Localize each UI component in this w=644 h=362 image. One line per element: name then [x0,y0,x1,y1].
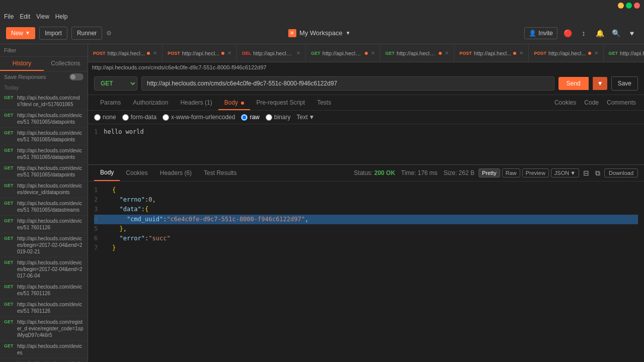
tab-authorization[interactable]: Authorization [127,95,174,110]
tab-body[interactable]: Body [218,95,251,110]
tab-prerequest[interactable]: Pre-request Script [250,95,311,110]
copy-icon[interactable]: ⧉ [593,168,602,178]
list-item[interactable]: GET http://api.heclouds.com/devices/51 7… [0,163,88,180]
body-text[interactable]: hello world [104,128,143,135]
bell-icon[interactable]: 🔔 [594,27,606,39]
radio-form-data[interactable]: form-data [122,114,156,121]
list-item[interactable]: GET http://api.heclouds.com/devices/51 7… [0,128,88,145]
invite-button[interactable]: 👤 Invite [524,27,557,39]
cookies-link[interactable]: Cookies [552,95,578,110]
save-responses-row: Save Responses [0,71,88,82]
preview-button[interactable]: Preview [522,168,549,177]
settings-icon[interactable]: ⚙ [106,30,114,37]
tab-close[interactable]: ✕ [153,50,157,56]
menu-view[interactable]: View [36,13,49,20]
code-link[interactable]: Code [582,95,601,110]
send-dropdown[interactable]: ▼ [593,77,607,90]
runner-button[interactable]: Runner [71,27,102,40]
text-type-dropdown[interactable]: Text ▼ [296,114,314,121]
menu-edit[interactable]: Edit [20,13,30,20]
send-button[interactable]: Send [558,77,589,90]
sidebar-url: http://api.heclouds.com/devices/51 76010… [17,165,84,178]
radio-binary[interactable]: binary [266,114,291,121]
tabs-bar: POST http://api.hecl... ✕ POST http://ap… [88,44,644,62]
tab-params[interactable]: Params [94,95,127,110]
tab-item[interactable]: GET http://api.heclo... ✕ [306,44,380,62]
tab-headers[interactable]: Headers (1) [174,95,218,110]
tab-item[interactable]: POST http://api.hecl... ✕ [88,44,163,62]
new-button[interactable]: New ▼ [6,27,35,39]
workspace-chevron: ▼ [346,30,351,36]
body-options: none form-data x-www-form-urlencoded raw… [88,111,644,124]
download-button[interactable]: Download [604,168,638,177]
save-responses-toggle[interactable] [69,73,84,80]
tab-item[interactable]: GET http://api.heclo... ✕ [380,44,455,62]
list-item[interactable]: GET http://api.heclouds.com/register_d e… [0,317,88,341]
raw-button[interactable]: Raw [502,168,520,177]
resp-tab-body[interactable]: Body [94,165,120,181]
list-item[interactable]: GET http://api.heclouds.com/devices [0,358,88,362]
tab-close[interactable]: ✕ [445,50,449,56]
list-item[interactable]: GET http://api.heclouds.com/devices/begi… [0,233,88,257]
list-item[interactable]: GET http://api.heclouds.com/devices/51 7… [0,110,88,128]
resp-tab-cookies[interactable]: Cookies [120,165,153,180]
tab-item[interactable]: DEL http://api.heclo... ✕ [237,44,306,62]
list-item[interactable]: GET http://api.heclouds.com/devices/51 7… [0,299,88,317]
tab-item[interactable]: POST http://api.hecl... ✕ [454,44,529,62]
tab-close[interactable]: ✕ [594,50,598,56]
list-item[interactable]: GET http://api.heclouds.com/devices/51 7… [0,145,88,163]
method-badge: GET [4,113,15,118]
url-input[interactable] [141,76,554,90]
method-select[interactable]: GET POST PUT DELETE [94,76,137,90]
pretty-button[interactable]: Pretty [478,168,500,177]
tab-item[interactable]: POST http://api.hecl... ✕ [529,44,603,62]
close-button[interactable] [634,3,640,9]
tab-close[interactable]: ✕ [296,50,300,56]
method-badge: GET [4,302,15,307]
import-button[interactable]: Import [39,27,67,40]
list-item[interactable]: GET http://api.heclouds.com/devices/begi… [0,257,88,282]
heart-icon[interactable]: ♥ [626,27,638,39]
tab-close[interactable]: ✕ [227,50,231,56]
comments-link[interactable]: Comments [605,95,638,110]
method-badge: GET [4,165,15,170]
menu-file[interactable]: File [4,13,14,20]
list-item[interactable]: GET http://api.heclouds.com/devices/51 7… [0,282,88,299]
json-line: 6 "error": "succ" [94,234,638,243]
list-item[interactable]: GET http://api.heclouds.com/devices/51 7… [0,216,88,233]
filter-icon[interactable]: ⊟ [581,168,591,178]
format-dropdown[interactable]: JSON ▼ [551,168,579,177]
sidebar-tab-history[interactable]: History [0,57,44,71]
radio-none[interactable]: none [94,114,116,121]
notification-icon[interactable]: 🔴 [561,27,574,39]
tab-item[interactable]: POST http://api.hecl... ✕ [163,44,237,62]
sidebar-url: http://api.heclouds.com/devices/51 76011… [17,284,84,297]
sidebar-tab-collections[interactable]: Collections [44,57,88,71]
resp-tab-testresults[interactable]: Test Results [198,165,243,180]
maximize-button[interactable] [626,3,632,9]
radio-urlencoded[interactable]: x-www-form-urlencoded [163,114,235,121]
tab-close[interactable]: ✕ [519,50,523,56]
tab-close[interactable]: ✕ [371,50,375,56]
resp-tab-headers[interactable]: Headers (6) [154,165,198,180]
tab-item[interactable]: GET http://api.heclo... ✕ [604,44,644,62]
line-number: 3 [94,205,106,214]
list-item[interactable]: GET http://api.heclouds.com/cmds?devi ce… [0,93,88,110]
workspace-selector[interactable]: ⊞ My Workspace ▼ [288,29,351,37]
sidebar-url: http://api.heclouds.com/devices/51 76011… [17,218,84,231]
search-icon[interactable]: 🔍 [610,27,622,39]
tab-method: POST [534,51,546,56]
minimize-button[interactable] [618,3,624,9]
menu-help[interactable]: Help [55,13,68,20]
sidebar-url: http://api.heclouds.com/cmds?devi ce_id=… [17,95,84,108]
list-item[interactable]: GET http://api.heclouds.com/devices/51 7… [0,198,88,216]
save-button[interactable]: Save [611,76,638,90]
radio-raw[interactable]: raw [241,114,259,121]
save-responses-label: Save Responses [4,74,46,80]
list-item[interactable]: GET http://api.heclouds.com/devices [0,341,88,358]
response-area: Body Cookies Headers (6) Test Results St… [88,165,644,362]
sync-icon[interactable]: ↕ [578,27,590,39]
list-item[interactable]: GET http://api.heclouds.com/devices/devi… [0,180,88,198]
tab-tests[interactable]: Tests [311,95,337,110]
json-value: 0 [148,195,152,205]
